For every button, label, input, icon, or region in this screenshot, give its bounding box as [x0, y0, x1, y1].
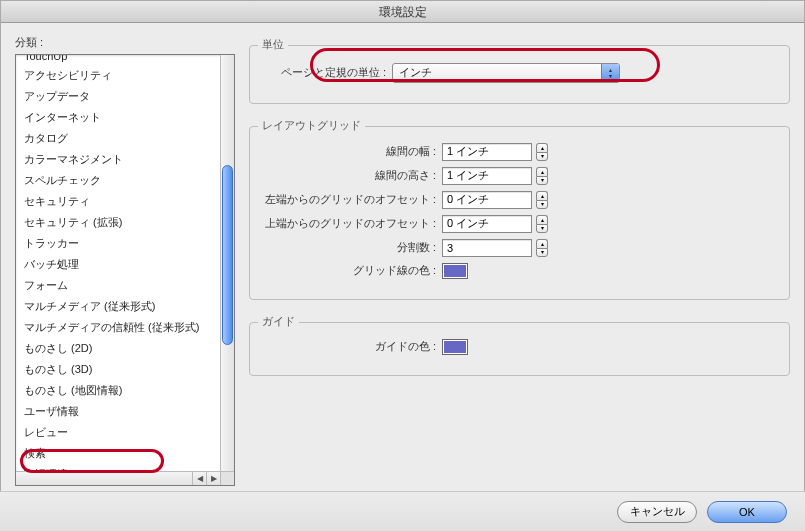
grid-offset-top-input[interactable] — [442, 215, 532, 233]
step-down-icon[interactable]: ▾ — [536, 224, 548, 233]
category-list-item[interactable]: マルチメディアの信頼性 (従来形式) — [16, 317, 220, 338]
grid-height-label: 線間の高さ : — [262, 168, 442, 183]
scroll-left-icon[interactable]: ◀ — [192, 472, 206, 486]
dialog-footer: キャンセル OK — [0, 491, 805, 531]
category-list-item[interactable]: アップデータ — [16, 86, 220, 107]
category-list-item[interactable]: カラーマネジメント — [16, 149, 220, 170]
grid-height-input[interactable] — [442, 167, 532, 185]
grid-offset-top-label: 上端からのグリッドのオフセット : — [262, 216, 442, 231]
category-list-item[interactable]: フォーム — [16, 275, 220, 296]
grid-offset-left-input[interactable] — [442, 191, 532, 209]
grid-width-label: 線間の幅 : — [262, 144, 442, 159]
guide-color-label: ガイドの色 : — [262, 339, 442, 354]
category-list-item[interactable]: インターネット — [16, 107, 220, 128]
grid-divisions-input[interactable] — [442, 239, 532, 257]
step-up-icon[interactable]: ▴ — [536, 239, 548, 248]
guide-color-swatch[interactable] — [442, 339, 468, 355]
category-list-item[interactable]: レビュー — [16, 422, 220, 443]
category-list[interactable]: TouchUpアクセシビリティアップデータインターネットカタログカラーマネジメン… — [15, 54, 235, 486]
grid-offset-left-label: 左端からのグリッドのオフセット : — [262, 192, 442, 207]
page-ruler-unit-value: インチ — [393, 65, 601, 80]
list-scrollbar-vertical[interactable] — [220, 55, 234, 471]
category-list-item[interactable]: マルチメディア (従来形式) — [16, 296, 220, 317]
step-up-icon[interactable]: ▴ — [536, 191, 548, 200]
scroll-corner — [220, 471, 234, 485]
grid-color-swatch[interactable] — [442, 263, 468, 279]
step-up-icon[interactable]: ▴ — [536, 167, 548, 176]
step-down-icon[interactable]: ▾ — [536, 248, 548, 257]
scroll-thumb[interactable] — [222, 165, 233, 345]
category-list-item[interactable]: セキュリティ (拡張) — [16, 212, 220, 233]
guides-legend: ガイド — [258, 314, 299, 329]
list-scrollbar-horizontal[interactable]: ◀ ▶ — [16, 471, 220, 485]
category-list-item[interactable]: カタログ — [16, 128, 220, 149]
category-list-item[interactable]: ものさし (地図情報) — [16, 380, 220, 401]
grid-height-stepper[interactable]: ▴▾ — [536, 167, 548, 185]
category-list-item[interactable]: ユーザ情報 — [16, 401, 220, 422]
grid-offset-top-stepper[interactable]: ▴▾ — [536, 215, 548, 233]
step-down-icon[interactable]: ▾ — [536, 152, 548, 161]
layout-grid-legend: レイアウトグリッド — [258, 118, 365, 133]
scroll-right-icon[interactable]: ▶ — [206, 472, 220, 486]
ok-button[interactable]: OK — [707, 501, 787, 523]
category-list-item[interactable]: TouchUp — [16, 54, 220, 65]
cancel-button[interactable]: キャンセル — [617, 501, 697, 523]
chevron-updown-icon[interactable] — [601, 64, 619, 82]
category-list-item[interactable]: トラッカー — [16, 233, 220, 254]
category-list-item[interactable]: ものさし (3D) — [16, 359, 220, 380]
grid-width-stepper[interactable]: ▴▾ — [536, 143, 548, 161]
guides-group: ガイド ガイドの色 : — [249, 322, 790, 376]
page-ruler-unit-label: ページと定規の単位 : — [262, 65, 392, 80]
category-list-item[interactable]: バッチ処理 — [16, 254, 220, 275]
category-list-item[interactable]: 検索 — [16, 443, 220, 464]
category-list-item[interactable]: アクセシビリティ — [16, 65, 220, 86]
units-legend: 単位 — [258, 37, 288, 52]
grid-divisions-label: 分割数 : — [262, 240, 442, 255]
window-title: 環境設定 — [1, 1, 804, 23]
page-ruler-unit-select[interactable]: インチ — [392, 63, 620, 83]
step-down-icon[interactable]: ▾ — [536, 200, 548, 209]
units-group: 単位 ページと定規の単位 : インチ — [249, 45, 790, 104]
step-down-icon[interactable]: ▾ — [536, 176, 548, 185]
category-list-item[interactable]: セキュリティ — [16, 191, 220, 212]
category-list-item[interactable]: 信頼性管理マネージャ — [16, 485, 220, 486]
grid-width-input[interactable] — [442, 143, 532, 161]
category-list-item[interactable]: スペルチェック — [16, 170, 220, 191]
step-up-icon[interactable]: ▴ — [536, 143, 548, 152]
grid-divisions-stepper[interactable]: ▴▾ — [536, 239, 548, 257]
grid-offset-left-stepper[interactable]: ▴▾ — [536, 191, 548, 209]
category-list-item[interactable]: ものさし (2D) — [16, 338, 220, 359]
category-label: 分類 : — [15, 35, 235, 50]
grid-color-label: グリッド線の色 : — [262, 263, 442, 278]
step-up-icon[interactable]: ▴ — [536, 215, 548, 224]
layout-grid-group: レイアウトグリッド 線間の幅 : ▴▾ 線間の高さ : ▴▾ 左端からのグリッド… — [249, 126, 790, 300]
